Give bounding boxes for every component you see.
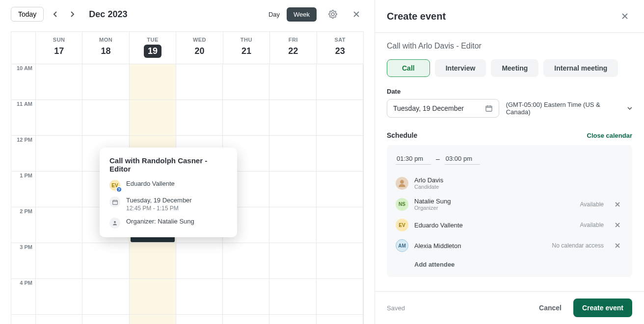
day-of-week-label: SUN — [36, 37, 82, 43]
attendee-name: Arlo Davis — [414, 176, 609, 184]
day-header-cell[interactable]: SUN17 — [36, 32, 82, 64]
day-number: 20 — [190, 45, 208, 58]
time-label: 4 PM — [11, 279, 35, 315]
day-of-week-label: WED — [176, 37, 222, 43]
remove-attendee-button[interactable] — [615, 243, 623, 249]
chevron-down-icon — [627, 106, 632, 110]
attendee-row: Arlo DavisCandidate — [396, 173, 623, 194]
attendee-avatar: NS — [396, 198, 408, 211]
attendee-info: Eduardo Vallente — [414, 222, 574, 229]
svg-point-1 — [114, 221, 116, 223]
day-number: 19 — [144, 45, 161, 58]
time-label: 1 PM — [11, 172, 35, 207]
day-of-week-label: MON — [82, 37, 129, 43]
event-type-interview[interactable]: Interview — [435, 59, 486, 77]
attendee-list: Arlo DavisCandidateNSNatalie SungOrganiz… — [396, 173, 623, 256]
today-button[interactable]: Today — [11, 7, 44, 22]
person-icon — [109, 218, 120, 228]
day-of-week-label: SAT — [317, 37, 363, 43]
time-separator: – — [436, 155, 440, 163]
day-of-week-label: TUE — [130, 37, 176, 43]
day-number: 21 — [238, 45, 255, 58]
attendee-row: EVEduardo VallenteAvailable — [396, 215, 623, 235]
day-column-sun[interactable] — [36, 64, 82, 324]
calendar-toolbar: Today Dec 2023 Day Week — [0, 0, 375, 28]
day-column-sat[interactable] — [317, 64, 363, 324]
attendee-status: No calendar access — [552, 242, 604, 249]
attendee-name: Alexia Middleton — [414, 242, 546, 249]
close-calendar-button[interactable] — [349, 7, 364, 22]
view-day-button[interactable]: Day — [262, 7, 287, 22]
time-label: 11 AM — [11, 100, 35, 136]
day-header-cell[interactable]: SAT23 — [317, 32, 363, 64]
svg-rect-2 — [486, 106, 492, 111]
chevron-left-icon — [53, 11, 57, 18]
attendee-status: Available — [580, 201, 604, 208]
add-attendee-button[interactable]: Add attendee — [396, 256, 623, 269]
popover-organizer: Organizer: Natalie Sung — [126, 218, 194, 225]
day-header-cell[interactable]: WED20 — [176, 32, 223, 64]
attendee-name: Natalie Sung — [414, 198, 574, 205]
remove-attendee-button[interactable] — [615, 222, 623, 228]
attendee-row: NSNatalie SungOrganizerAvailable — [396, 194, 623, 215]
day-of-week-label: THU — [223, 37, 269, 43]
event-type-internal[interactable]: Internal meeting — [543, 59, 618, 77]
event-popover: Call with Randolph Casner - Editor EV? E… — [100, 148, 237, 237]
day-column-fri[interactable] — [269, 64, 316, 324]
attendee-info: Natalie SungOrganizer — [414, 198, 574, 211]
schedule-box: – Arlo DavisCandidateNSNatalie SungOrgan… — [387, 145, 632, 277]
attendee-info: Alexia Middleton — [414, 242, 546, 249]
time-label: 2 PM — [11, 207, 35, 243]
popover-attendee-name: Eduardo Vallente — [126, 180, 175, 187]
cancel-button[interactable]: Cancel — [534, 300, 566, 316]
close-icon — [352, 10, 360, 18]
timezone-select[interactable]: (GMT-05:00) Eastern Time (US & Canada) — [506, 101, 632, 116]
settings-button[interactable] — [325, 7, 340, 22]
close-panel-button[interactable] — [617, 9, 632, 24]
saved-status: Saved — [387, 304, 527, 312]
svg-point-3 — [400, 180, 404, 184]
event-type-tabs: Call Interview Meeting Internal meeting — [387, 59, 632, 77]
date-picker[interactable]: Tuesday, 19 December — [387, 99, 499, 118]
panel-title: Create event — [387, 11, 446, 22]
day-of-week-label: FRI — [270, 37, 316, 43]
event-type-call[interactable]: Call — [387, 59, 430, 77]
start-time-input[interactable] — [396, 153, 431, 165]
end-time-input[interactable] — [445, 153, 480, 165]
prev-week-button[interactable] — [49, 8, 61, 21]
next-week-button[interactable] — [66, 8, 79, 21]
attendee-name: Eduardo Vallente — [414, 222, 574, 229]
attendee-role: Candidate — [414, 184, 609, 190]
day-number: 18 — [97, 45, 115, 58]
attendee-row: AMAlexia MiddletonNo calendar access — [396, 235, 623, 256]
attendee-status: Available — [580, 222, 604, 228]
event-name-heading: Call with Arlo Davis - Editor — [387, 42, 632, 50]
day-number: 22 — [284, 45, 302, 58]
day-header-cell[interactable]: FRI22 — [270, 32, 317, 64]
create-event-panel: Create event Call with Arlo Davis - Edit… — [375, 0, 644, 324]
attendee-avatar: EV? — [109, 180, 120, 191]
remove-attendee-button[interactable] — [615, 201, 623, 207]
attendee-role: Organizer — [414, 205, 574, 211]
event-type-meeting[interactable]: Meeting — [491, 59, 538, 77]
date-field-label: Date — [387, 88, 632, 95]
time-label: 3 PM — [11, 243, 35, 279]
create-event-button[interactable]: Create event — [573, 299, 632, 317]
popover-title: Call with Randolph Casner - Editor — [109, 156, 227, 173]
attendee-info: Arlo DavisCandidate — [414, 176, 609, 190]
close-calendar-link[interactable]: Close calendar — [587, 132, 633, 139]
time-label: 10 AM — [11, 64, 35, 100]
gear-icon — [328, 10, 337, 19]
close-icon — [621, 12, 629, 20]
svg-rect-0 — [112, 200, 117, 204]
popover-date: Tuesday, 19 December — [126, 197, 192, 204]
view-week-button[interactable]: Week — [287, 7, 317, 22]
attendee-avatar — [396, 177, 408, 190]
day-header-cell[interactable]: MON18 — [82, 32, 129, 64]
day-header-cell[interactable]: THU21 — [223, 32, 270, 64]
time-label: 12 PM — [11, 136, 35, 172]
day-number: 17 — [50, 45, 68, 58]
question-badge-icon: ? — [116, 186, 122, 193]
day-header-cell[interactable]: TUE19 — [130, 32, 176, 64]
chevron-right-icon — [70, 11, 75, 18]
